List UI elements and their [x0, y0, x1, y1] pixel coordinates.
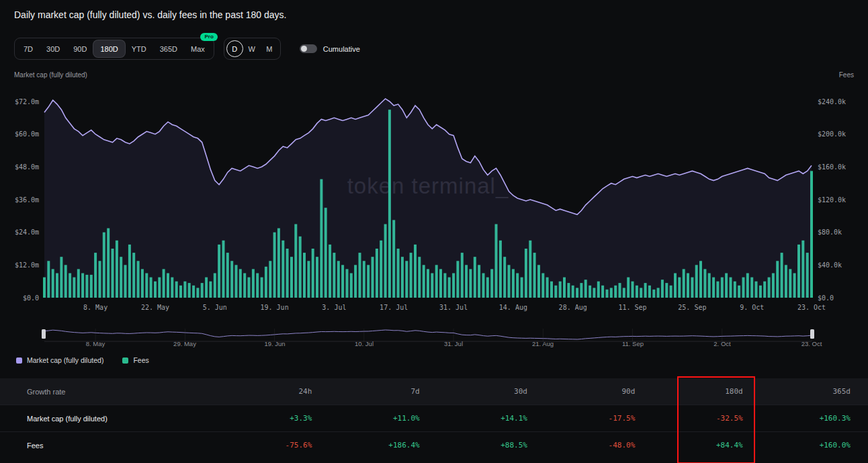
growth-value-24h: +3.3% — [222, 414, 329, 423]
x-axis-tick: 22. May — [141, 304, 169, 311]
x-axis-tick: 31. Jul — [439, 304, 468, 311]
pro-badge: Pro — [200, 33, 217, 41]
right-axis-tick: $40.0k — [818, 261, 842, 269]
range-button-max[interactable]: Max — [184, 40, 212, 57]
x-axis-tick: 11. Sep — [618, 304, 646, 311]
main-chart[interactable]: $72.0m$60.0m$48.0m$36.0m$24.0m$12.0m$0.0… — [0, 81, 868, 316]
chart-controls: 7D30D90D180DYTD365DMaxPro DWM Cumulative — [14, 38, 360, 60]
growth-value-90d: -48.0% — [545, 441, 652, 450]
cumulative-label: Cumulative — [323, 45, 360, 53]
navigator-date-label: 21. Aug — [532, 340, 554, 347]
right-axis-tick: $200.0k — [818, 130, 846, 138]
column-header-24h: 24h — [222, 387, 329, 396]
cumulative-toggle-wrap: Cumulative — [300, 44, 360, 53]
range-button-180d[interactable]: 180D — [93, 40, 124, 57]
growth-value-24h: -75.6% — [222, 441, 329, 450]
range-button-365d[interactable]: 365D — [153, 40, 184, 57]
growth-value-7d: +11.0% — [329, 414, 437, 423]
navigator-right-handle[interactable] — [810, 329, 814, 339]
x-axis-tick: 8. May — [83, 304, 107, 311]
right-axis-tick: $80.0k — [818, 228, 842, 236]
legend-item-market-cap[interactable]: Market cap (fully diluted) — [16, 356, 103, 364]
navigator-date-label: 2. Oct — [713, 340, 730, 347]
navigator-date-label: 11. Sep — [622, 340, 644, 347]
growth-table-header: Growth rate24h7d30d90d180d365d — [0, 378, 868, 405]
left-axis-tick: $48.0m — [15, 163, 39, 171]
growth-table: Growth rate24h7d30d90d180d365dMarket cap… — [0, 378, 868, 458]
legend-market-cap-label: Market cap (fully diluted) — [27, 356, 103, 364]
left-axis-tick: $60.0m — [15, 130, 39, 138]
left-axis-tick: $72.0m — [15, 98, 39, 106]
right-axis-tick: $0.0 — [818, 294, 834, 302]
legend-fees-label: Fees — [133, 356, 148, 364]
growth-value-365d: +160.0% — [761, 441, 868, 450]
navigator-date-label: 23. Oct — [801, 340, 822, 347]
page-title: Daily market cap (fully diluted) vs. dai… — [14, 9, 286, 20]
left-axis-caption: Market cap (fully diluted) — [14, 71, 87, 79]
cumulative-toggle[interactable] — [300, 44, 317, 53]
growth-value-7d: +186.4% — [329, 441, 437, 450]
navigator-date-label: 19. Jun — [264, 340, 285, 347]
x-axis-tick: 9. Oct — [740, 304, 764, 311]
column-header-365d: 365d — [761, 387, 868, 396]
interval-group: DWM — [224, 38, 281, 60]
navigator-date-label: 29. May — [173, 340, 196, 347]
right-axis-caption: Fees — [839, 71, 854, 79]
navigator-left-handle[interactable] — [42, 329, 46, 339]
x-axis-tick: 5. Jun — [203, 304, 227, 311]
range-button-ytd[interactable]: YTD — [125, 40, 153, 57]
market-cap-area — [44, 99, 812, 298]
growth-value-365d: +160.3% — [761, 414, 868, 423]
row-label: Fees — [0, 441, 222, 450]
interval-button-m[interactable]: M — [261, 40, 278, 58]
range-group: 7D30D90D180DYTD365DMaxPro — [14, 38, 214, 60]
table-row: Market cap (fully diluted)+3.3%+11.0%+14… — [0, 405, 868, 431]
right-axis-tick: $160.0k — [818, 163, 846, 171]
legend-item-fees[interactable]: Fees — [122, 356, 148, 364]
toggle-knob-icon — [301, 46, 307, 52]
legend: Market cap (fully diluted) Fees — [16, 356, 149, 364]
growth-value-180d: -32.5% — [652, 414, 760, 423]
left-axis-tick: $0.0 — [23, 294, 39, 302]
x-axis-tick: 23. Oct — [797, 304, 826, 311]
navigator-date-label: 31. Jul — [444, 340, 463, 347]
fees-swatch-icon — [122, 357, 128, 364]
range-button-90d[interactable]: 90D — [67, 40, 93, 57]
growth-value-30d: +14.1% — [437, 414, 545, 423]
navigator-date-label: 8. May — [86, 340, 105, 347]
range-button-7d[interactable]: 7D — [17, 40, 40, 57]
x-axis-tick: 19. Jun — [261, 304, 289, 311]
row-label: Market cap (fully diluted) — [0, 415, 222, 423]
left-axis-tick: $36.0m — [15, 196, 39, 204]
interval-button-d[interactable]: D — [226, 40, 243, 57]
navigator-labels: 8. May29. May19. Jun10. Jul31. Jul21. Au… — [0, 340, 868, 348]
navigator-date-label: 10. Jul — [355, 340, 374, 347]
x-axis-tick: 3. Jul — [322, 304, 346, 311]
right-axis-tick: $120.0k — [818, 196, 846, 204]
range-button-30d[interactable]: 30D — [40, 40, 67, 57]
x-axis-tick: 17. Jul — [380, 304, 408, 311]
navigator-line — [44, 330, 812, 339]
left-axis-tick: $12.0m — [15, 261, 39, 269]
left-axis-tick: $24.0m — [15, 228, 39, 236]
x-axis-tick: 25. Sep — [678, 304, 706, 311]
growth-value-180d: +84.4% — [652, 441, 760, 450]
growth-value-90d: -17.5% — [545, 414, 652, 423]
x-axis-tick: 28. Aug — [559, 304, 587, 311]
column-header-30d: 30d — [437, 387, 545, 396]
x-axis-tick: 14. Aug — [499, 304, 527, 311]
interval-button-w[interactable]: W — [243, 40, 261, 58]
table-row: Fees-75.6%+186.4%+88.5%-48.0%+84.4%+160.… — [0, 431, 868, 458]
column-header-7d: 7d — [329, 387, 437, 396]
column-header-90d: 90d — [545, 387, 652, 396]
market-cap-swatch-icon — [16, 357, 22, 364]
right-axis-tick: $240.0k — [818, 98, 846, 106]
growth-rate-title: Growth rate — [0, 388, 222, 396]
growth-value-30d: +88.5% — [437, 441, 545, 450]
column-header-180d: 180d — [652, 387, 760, 396]
